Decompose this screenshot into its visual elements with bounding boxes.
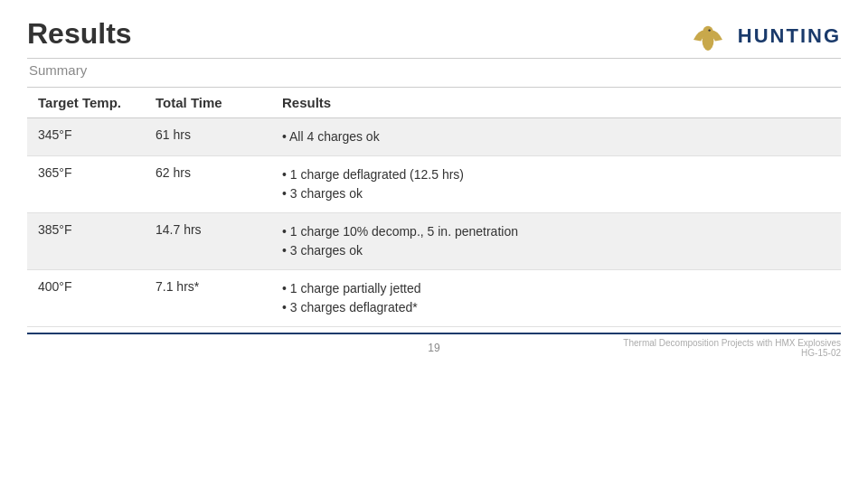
cell-results: 1 charge deflagrated (12.5 hrs)3 charges… [271,156,841,213]
footer-area: 19 Thermal Decomposition Projects with H… [27,334,841,358]
table-row: 385°F14.7 hrs1 charge 10% decomp., 5 in.… [27,213,841,270]
logo-area: HUNTING [685,18,841,54]
logo-text: HUNTING [738,24,841,48]
summary-label: Summary [27,62,841,78]
footer-subtitle: Thermal Decomposition Projects with HMX … [570,338,841,348]
cell-time: 61 hrs [145,118,271,156]
cell-temp: 385°F [27,213,145,270]
cell-results: 1 charge partially jetted3 charges defla… [271,270,841,327]
cell-results: 1 charge 10% decomp., 5 in. penetration3… [271,213,841,270]
svg-point-2 [708,29,710,31]
result-item: 3 charges ok [282,241,826,260]
result-item: 3 charges ok [282,184,826,203]
table-row: 400°F7.1 hrs*1 charge partially jetted3 … [27,270,841,327]
page-container: Results [0,0,868,488]
table-row: 365°F62 hrs1 charge deflagrated (12.5 hr… [27,156,841,213]
header: Results [27,18,841,54]
cell-time: 14.7 hrs [145,213,271,270]
footer-page-number: 19 [298,342,570,354]
footer-code: HG-15-02 [570,348,841,358]
col-header-results: Results [271,88,841,118]
header-divider [27,58,841,59]
cell-temp: 400°F [27,270,145,327]
page-title: Results [27,18,132,50]
col-header-temp: Target Temp. [27,88,145,118]
cell-time: 62 hrs [145,156,271,213]
cell-temp: 365°F [27,156,145,213]
result-item: 1 charge partially jetted [282,279,826,298]
cell-results: All 4 charges ok [271,118,841,156]
col-header-time: Total Time [145,88,271,118]
cell-temp: 345°F [27,118,145,156]
table-row: 345°F61 hrsAll 4 charges ok [27,118,841,156]
results-table: Target Temp. Total Time Results 345°F61 … [27,87,841,327]
result-item: 3 charges deflagrated* [282,298,826,317]
result-item: 1 charge deflagrated (12.5 hrs) [282,165,826,184]
hunting-logo-icon [685,18,731,54]
cell-time: 7.1 hrs* [145,270,271,327]
table-header-row: Target Temp. Total Time Results [27,88,841,118]
svg-point-1 [703,26,712,36]
result-item: 1 charge 10% decomp., 5 in. penetration [282,222,826,241]
result-item: All 4 charges ok [282,127,826,146]
